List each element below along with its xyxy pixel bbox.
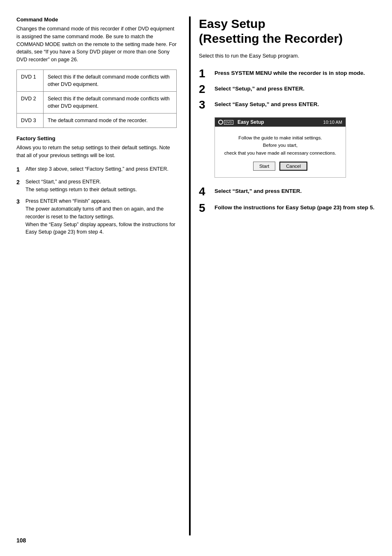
mockup-body: Follow the guide to make initial setting… xyxy=(215,127,346,177)
dvd-icon: DVD xyxy=(218,120,235,125)
mockup-body-line3: check that you have made all necessary c… xyxy=(221,149,339,157)
dvd-desc: Select this if the default command mode … xyxy=(44,92,177,114)
list-item: 2 Select “Setup,” and press ENTER. xyxy=(199,83,380,95)
list-item: 3 Select “Easy Setup,” and press ENTER. xyxy=(199,99,380,111)
step-content: Press ENTER when “Finish” appears.The po… xyxy=(25,197,177,236)
step-number: 1 xyxy=(199,68,214,79)
factory-steps-list: 1 After step 3 above, select “Factory Se… xyxy=(16,165,177,236)
mockup-header-time: 10:10 AM xyxy=(323,120,342,125)
table-row: DVD 1 Select this if the default command… xyxy=(17,70,177,91)
dvd-desc: Select this if the default command mode … xyxy=(44,70,177,91)
right-subtitle: Select this to run the Easy Setup progra… xyxy=(199,53,380,59)
list-item: 4 Select “Start,” and press ENTER. xyxy=(199,186,380,197)
step-text: Press SYSTEM MENU while the recorder is … xyxy=(214,68,365,77)
right-title: Easy Setup (Resetting the Recorder) xyxy=(199,16,380,46)
left-column: Command Mode Changes the command mode of… xyxy=(16,16,189,535)
step-number: 3 xyxy=(199,99,214,111)
command-mode-heading: Command Mode xyxy=(16,16,177,23)
mockup-buttons: Start Cancel xyxy=(221,162,339,171)
page-number: 108 xyxy=(16,537,26,544)
factory-setting-section: Factory Setting Allows you to return the… xyxy=(16,135,177,236)
right-column: Easy Setup (Resetting the Recorder) Sele… xyxy=(189,16,380,535)
dvd-label: DVD 3 xyxy=(17,114,44,128)
ui-mockup: DVD Easy Setup 10:10 AM Follow the guide… xyxy=(214,117,346,178)
dvd-desc: The default command mode of the recorder… xyxy=(44,114,177,128)
dvd-table: DVD 1 Select this if the default command… xyxy=(16,70,177,128)
step-content: After step 3 above, select “Factory Sett… xyxy=(25,165,177,174)
table-row: DVD 2 Select this if the default command… xyxy=(17,92,177,114)
step-number: 5 xyxy=(199,202,214,214)
step-text: Select “Start,” and press ENTER. xyxy=(214,186,302,195)
mockup-body-line2: Before you start, xyxy=(221,141,339,149)
step-text: Follow the instructions for Easy Setup (… xyxy=(214,202,374,212)
right-steps-lower-list: 4 Select “Start,” and press ENTER. 5 Fol… xyxy=(199,186,380,214)
list-item: 3 Press ENTER when “Finish” appears.The … xyxy=(16,197,177,236)
dvd-label: DVD 2 xyxy=(17,92,44,114)
command-mode-section: Command Mode Changes the command mode of… xyxy=(16,16,177,128)
start-button[interactable]: Start xyxy=(253,162,275,171)
mockup-header-title: Easy Setup xyxy=(238,119,323,125)
page-container: Command Mode Changes the command mode of… xyxy=(0,0,392,556)
step-text: Select “Easy Setup,” and press ENTER. xyxy=(214,99,319,109)
mockup-header: DVD Easy Setup 10:10 AM xyxy=(215,118,346,127)
list-item: 2 Select “Start,” and press ENTER.The se… xyxy=(16,178,177,194)
step-text: Select “Setup,” and press ENTER. xyxy=(214,83,304,93)
list-item: 1 Press SYSTEM MENU while the recorder i… xyxy=(199,68,380,79)
step-number: 3 xyxy=(16,197,25,236)
step-content: Select “Start,” and press ENTER.The setu… xyxy=(25,178,177,194)
list-item: 5 Follow the instructions for Easy Setup… xyxy=(199,202,380,214)
dvd-circle xyxy=(218,120,223,125)
dvd-label: DVD 1 xyxy=(17,70,44,91)
mockup-body-line1: Follow the guide to make initial setting… xyxy=(221,134,339,141)
command-mode-body: Changes the command mode of this recorde… xyxy=(16,25,177,64)
right-steps-list: 1 Press SYSTEM MENU while the recorder i… xyxy=(199,68,380,111)
step-number: 4 xyxy=(199,186,214,197)
step-number: 2 xyxy=(199,83,214,95)
step-number: 2 xyxy=(16,178,25,194)
list-item: 1 After step 3 above, select “Factory Se… xyxy=(16,165,177,174)
dvd-label-small: DVD xyxy=(224,120,233,125)
step-number: 1 xyxy=(16,165,25,174)
factory-setting-body: Allows you to return the setup settings … xyxy=(16,144,177,160)
factory-setting-heading: Factory Setting xyxy=(16,135,177,141)
cancel-button[interactable]: Cancel xyxy=(279,162,307,171)
table-row: DVD 3 The default command mode of the re… xyxy=(17,114,177,128)
